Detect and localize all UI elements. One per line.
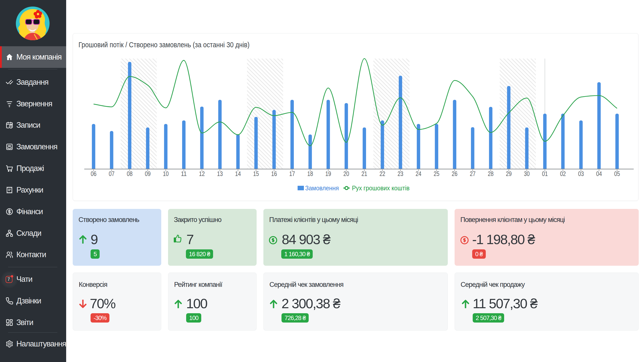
svg-text:29: 29	[506, 170, 512, 177]
svg-text:12: 12	[199, 170, 205, 177]
svg-text:27: 27	[470, 170, 475, 177]
svg-text:14: 14	[235, 170, 241, 177]
svg-text:24: 24	[416, 170, 421, 177]
svg-text:08: 08	[127, 170, 133, 177]
svg-text:21: 21	[361, 170, 367, 177]
svg-text:17: 17	[289, 170, 295, 177]
svg-text:23: 23	[397, 170, 403, 177]
svg-text:11: 11	[181, 170, 187, 177]
svg-text:Рух грошових коштів: Рух грошових коштів	[352, 184, 410, 192]
svg-text:16: 16	[271, 170, 277, 177]
svg-text:28: 28	[488, 170, 494, 177]
svg-text:06: 06	[91, 170, 96, 177]
svg-text:15: 15	[253, 170, 259, 177]
svg-text:02: 02	[560, 170, 566, 177]
svg-text:22: 22	[380, 170, 385, 177]
svg-text:01: 01	[542, 170, 548, 177]
svg-text:Грошовий потік / Створено замо: Грошовий потік / Створено замовлень (за …	[78, 41, 250, 49]
svg-text:19: 19	[325, 170, 331, 177]
svg-text:10: 10	[163, 170, 169, 177]
svg-text:25: 25	[434, 170, 439, 177]
svg-text:07: 07	[109, 170, 114, 177]
svg-text:26: 26	[452, 170, 458, 177]
svg-text:30: 30	[524, 170, 530, 177]
svg-text:03: 03	[578, 170, 584, 177]
svg-text:09: 09	[145, 170, 151, 177]
svg-text:7: 7	[8, 277, 10, 282]
svg-text:04: 04	[596, 170, 602, 177]
svg-text:05: 05	[614, 170, 620, 177]
svg-text:13: 13	[217, 170, 223, 177]
svg-text:18: 18	[307, 170, 313, 177]
svg-text:20: 20	[343, 170, 349, 177]
svg-text:Замовлення: Замовлення	[305, 184, 339, 192]
